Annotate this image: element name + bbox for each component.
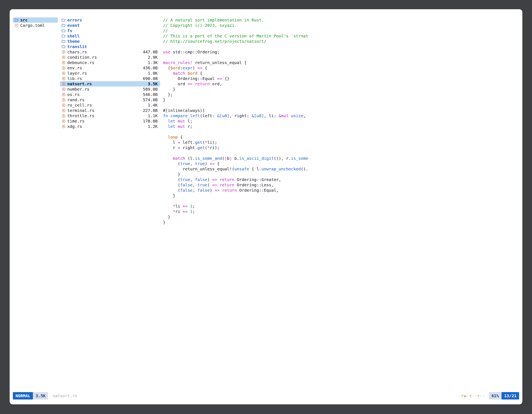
svg-text:R: R: [63, 56, 64, 58]
rust-file-icon: R: [62, 71, 66, 75]
code-line: }: [163, 87, 519, 92]
svg-text:R: R: [63, 77, 64, 80]
file-row[interactable]: Rxdg.rs1.2K: [60, 124, 160, 129]
file-size: 178.0B: [141, 119, 158, 124]
file-row[interactable]: Rtime.rs178.0B: [60, 118, 160, 124]
file-size: 436.0B: [141, 66, 158, 70]
folder-icon: [62, 45, 66, 49]
file-size: 1.1K: [146, 113, 158, 118]
svg-text:R: R: [63, 72, 64, 75]
file-row[interactable]: Rnatsort.rs3.5K: [60, 81, 160, 87]
svg-text:R: R: [63, 51, 64, 53]
rust-file-icon: R: [62, 77, 66, 81]
code-line: l = left.get(*li);: [163, 140, 519, 145]
code-line: (false, false) => return Ordering::Equal…: [163, 188, 519, 193]
file-size: 447.0B: [141, 49, 158, 54]
folder-icon: [15, 18, 19, 22]
file-name: layer.rs: [67, 71, 87, 76]
yazi-file-manager-window: srcTCargo.toml errorseventfsshellthemetr…: [10, 9, 522, 404]
file-row[interactable]: TCargo.toml: [13, 23, 58, 28]
file-row[interactable]: Renv.rs436.0B: [60, 65, 160, 71]
file-name: shell: [67, 34, 80, 39]
file-row[interactable]: event: [60, 23, 160, 28]
code-line: *li += 1;: [163, 203, 519, 209]
current-pane: errorseventfsshellthemetranslitRchars.rs…: [60, 17, 160, 390]
file-name: ro_cell.rs: [67, 103, 92, 108]
rust-file-icon: R: [62, 124, 66, 128]
file-row[interactable]: Rterminal.rs227.0B: [60, 108, 160, 113]
file-name: theme: [67, 39, 80, 44]
folder-icon: [62, 29, 66, 33]
file-size: 1.4K: [146, 103, 158, 108]
folder-icon: [62, 34, 66, 38]
folder-icon: [62, 23, 66, 27]
file-name: src: [20, 18, 28, 22]
code-line: *ri += 1;: [163, 209, 519, 214]
mode-badge: NORMAL: [13, 392, 33, 399]
file-name: rand.rs: [67, 97, 85, 102]
file-name: event: [67, 23, 80, 28]
rust-file-icon: R: [62, 87, 66, 91]
svg-text:R: R: [63, 99, 64, 101]
code-line: (true, true) => {: [163, 161, 519, 166]
file-row[interactable]: theme: [60, 39, 160, 44]
file-name: fs: [67, 28, 72, 33]
file-row[interactable]: Rro_cell.rs1.4K: [60, 103, 160, 108]
file-size: 1.3K: [146, 60, 158, 65]
code-line: Ordering::Equal => {}: [163, 76, 519, 81]
svg-text:R: R: [63, 62, 64, 64]
file-size: 227.0B: [141, 108, 158, 113]
code-line: macro_rules! return_unless_equal {: [163, 60, 519, 65]
file-name: chars.rs: [67, 49, 87, 54]
code-line: loop {: [163, 135, 519, 140]
code-line: //: [163, 28, 519, 33]
status-right: -rw-r--r-- 61% 13/21: [458, 392, 519, 399]
file-row[interactable]: Rlayer.rs1.0K: [60, 71, 160, 76]
file-name: natsort.rs: [67, 81, 92, 86]
code-line: let mut r;: [163, 124, 519, 129]
file-row[interactable]: src: [13, 17, 58, 23]
file-name: os.rs: [67, 92, 80, 97]
file-row[interactable]: Rcondition.rs2.9K: [60, 55, 160, 60]
file-row[interactable]: Rlib.rs690.0B: [60, 76, 160, 81]
rust-file-icon: R: [62, 92, 66, 96]
file-size-segment: 3.5K: [33, 392, 48, 399]
svg-text:R: R: [63, 120, 64, 122]
cursor-position-badge: 13/21: [502, 392, 519, 399]
parent-pane: srcTCargo.toml: [13, 17, 58, 390]
file-row[interactable]: Rdebounce.rs1.3K: [60, 60, 160, 65]
file-row[interactable]: fs: [60, 28, 160, 33]
file-row[interactable]: translit: [60, 44, 160, 49]
folder-icon: [62, 39, 66, 43]
rust-file-icon: R: [62, 60, 66, 65]
file-row[interactable]: Rrand.rs574.0B: [60, 97, 160, 103]
code-line: let mut l;: [163, 118, 519, 124]
file-size: 690.0B: [141, 76, 158, 81]
code-line: match $ord {: [163, 71, 519, 76]
file-size: 546.0B: [141, 92, 158, 97]
file-size: 574.0B: [141, 97, 158, 102]
status-left: NORMAL 3.5K natsort.rs: [13, 392, 77, 399]
svg-text:R: R: [63, 115, 64, 117]
code-line: // This is a port of the C version of Ma…: [163, 33, 519, 39]
file-row[interactable]: errors: [60, 17, 160, 23]
file-row[interactable]: Rchars.rs447.0B: [60, 49, 160, 55]
rust-file-icon: R: [62, 119, 66, 123]
rust-file-icon: R: [62, 66, 66, 70]
file-row[interactable]: shell: [60, 33, 160, 39]
rust-file-icon: R: [62, 50, 66, 54]
code-line: #[inline(always)]: [163, 108, 519, 113]
permissions-text: -rw-r--r--: [458, 393, 485, 398]
code-line: ($ord:expr) => {: [163, 65, 519, 71]
file-row[interactable]: Rthrottle.rs1.1K: [60, 113, 160, 118]
code-line: }: [163, 97, 519, 103]
rust-file-icon: R: [62, 114, 66, 118]
file-row[interactable]: Rnumber.rs589.0B: [60, 87, 160, 92]
file-row[interactable]: Ros.rs546.0B: [60, 92, 160, 97]
code-line: use std::cmp::Ordering;: [163, 49, 519, 55]
file-name: throttle.rs: [67, 113, 94, 118]
code-line: return_unless_equal!(unsafe { l.unwrap_u…: [163, 166, 519, 172]
code-line: }: [163, 220, 519, 225]
file-name: time.rs: [67, 119, 85, 124]
code-line: // http://sourcefrog.net/projects/natsor…: [163, 39, 519, 44]
